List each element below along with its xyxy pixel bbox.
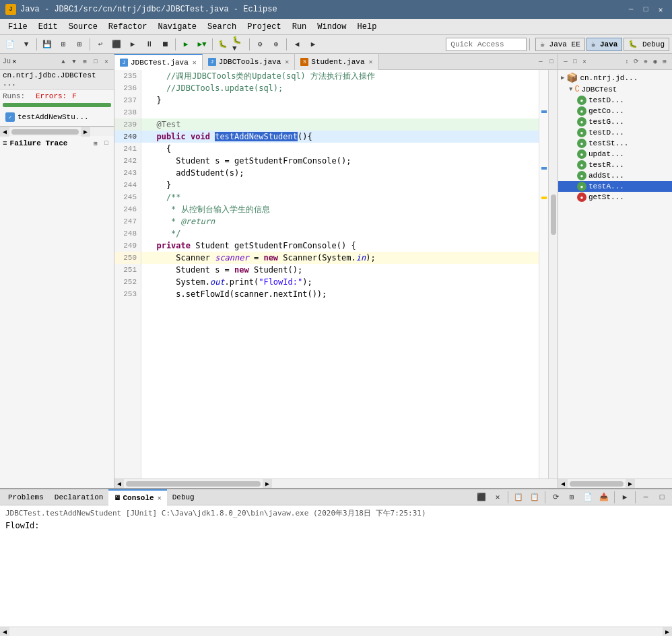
right-panel-icon3[interactable]: ✕ <box>580 57 589 67</box>
toolbar-debug2[interactable]: 🐛▼ <box>232 37 246 52</box>
left-scroll-thumb[interactable] <box>11 129 79 135</box>
editor-tab-jdbctools[interactable]: J JDBCTools.java ✕ <box>203 54 295 70</box>
console-min[interactable]: ─ <box>638 490 653 505</box>
tree-method-5[interactable]: ● testSt... <box>558 138 672 149</box>
console-max[interactable]: □ <box>654 490 669 505</box>
failure-icon-btn2[interactable]: □ <box>102 139 111 148</box>
console-btn5[interactable]: ⟳ <box>548 490 563 505</box>
menu-window[interactable]: Window <box>312 20 351 34</box>
right-hscroll-right[interactable]: ▶ <box>626 479 635 489</box>
tree-method-1[interactable]: ● testD... <box>558 95 672 106</box>
right-panel-hscroll[interactable]: ◀ ▶ <box>558 479 672 488</box>
menu-run[interactable]: Run <box>287 20 312 34</box>
hscroll-thumb[interactable] <box>126 481 261 487</box>
tree-method-7[interactable]: ● testR... <box>558 160 672 170</box>
toolbar-btn8[interactable]: ⏸ <box>141 37 156 52</box>
toolbar-btn6[interactable]: ⬛ <box>109 37 124 52</box>
console-btn2[interactable]: ✕ <box>490 490 505 505</box>
toolbar-btn3[interactable]: ⊞ <box>56 37 71 52</box>
toolbar-btn7[interactable]: ▶ <box>125 37 140 52</box>
junit-icon-btn2[interactable]: ▼ <box>69 57 79 67</box>
menu-navigate[interactable]: Navigate <box>152 20 202 34</box>
menu-help[interactable]: Help <box>352 20 382 34</box>
console-btn6[interactable]: ⊞ <box>564 490 579 505</box>
tab-declaration[interactable]: Declaration <box>49 489 109 505</box>
toolbar-run[interactable]: ▶ <box>178 37 193 52</box>
console-btn4[interactable]: 📋 <box>527 490 542 505</box>
tree-method-9[interactable]: ● testA... <box>558 181 672 192</box>
menu-refactor[interactable]: Refactor <box>103 20 153 34</box>
code-content[interactable]: //调用JDBCTools类的Update(sql) 方法执行插入操作 //JD… <box>141 70 539 479</box>
hscroll-left[interactable]: ◀ <box>114 479 124 489</box>
left-panel-hscroll[interactable]: ◀ ▶ <box>0 127 114 136</box>
close-button[interactable]: ✕ <box>654 3 667 15</box>
tab-console-close[interactable]: ✕ <box>158 494 162 502</box>
tab-close-jdbctest[interactable]: ✕ <box>193 59 197 67</box>
tab-close-jdbctools[interactable]: ✕ <box>285 58 289 66</box>
window-controls[interactable]: ─ □ ✕ <box>625 3 667 15</box>
perspective-javaee[interactable]: ☕ Java EE <box>535 38 584 51</box>
tab-debug[interactable]: Debug <box>167 489 200 505</box>
vertical-scrollbar[interactable] <box>548 70 558 479</box>
menu-file[interactable]: File <box>3 20 33 34</box>
toolbar-run2[interactable]: ▶▼ <box>195 37 209 52</box>
editor-minimize[interactable]: ─ <box>536 57 545 67</box>
toolbar-new[interactable]: 📄 <box>3 37 18 52</box>
left-scroll-right[interactable]: ▶ <box>81 127 90 137</box>
right-hscroll-left[interactable]: ◀ <box>558 479 568 489</box>
vertical-scroll-thumb[interactable] <box>551 195 556 235</box>
tree-method-3[interactable]: ● testG... <box>558 116 672 127</box>
tree-package[interactable]: ▶ 📦 cn.ntrj.jd... <box>558 71 672 84</box>
toolbar-btn11[interactable]: ⊕ <box>269 37 283 52</box>
console-btn8[interactable]: 📥 <box>597 490 611 505</box>
tab-close-student[interactable]: ✕ <box>369 58 373 66</box>
right-icon-3[interactable]: ⊕ <box>641 57 650 67</box>
toolbar-btn10[interactable]: ⚙ <box>253 37 267 52</box>
tree-class[interactable]: ▼ C JDBCTest <box>566 84 672 95</box>
junit-icon-btn1[interactable]: ▲ <box>59 57 68 67</box>
toolbar-btn9[interactable]: ⏹ <box>158 37 172 52</box>
tab-console[interactable]: 🖥 Console ✕ <box>108 489 166 505</box>
right-icon-1[interactable]: ↕ <box>622 57 632 67</box>
perspective-debug[interactable]: 🐛 Debug <box>624 38 669 51</box>
console-stop[interactable]: ⬛ <box>474 490 489 505</box>
left-scroll-left[interactable]: ◀ <box>0 127 9 137</box>
minimize-button[interactable]: ─ <box>625 3 637 15</box>
editor-tab-jdbctest[interactable]: J JDBCTest.java ✕ <box>114 54 203 70</box>
editor-hscroll[interactable]: ◀ ▶ <box>114 479 558 488</box>
toolbar-btn2[interactable]: ▼ <box>19 37 34 52</box>
bottom-scroll-right[interactable]: ▶ <box>663 627 672 637</box>
toolbar-btn4[interactable]: ⊞ <box>72 37 87 52</box>
console-btn3[interactable]: 📋 <box>511 490 526 505</box>
bottom-scroll-left[interactable]: ◀ <box>0 627 9 637</box>
maximize-button[interactable]: □ <box>640 3 652 15</box>
toolbar-btn5[interactable]: ↩ <box>93 37 108 52</box>
tree-method-10[interactable]: ● getSt... <box>558 192 672 203</box>
bottom-hscroll[interactable]: ◀ ▶ <box>0 627 672 636</box>
console-btn7[interactable]: 📄 <box>580 490 595 505</box>
junit-icon-btn4[interactable]: □ <box>91 57 100 67</box>
toolbar-save[interactable]: 💾 <box>40 37 55 52</box>
right-panel-icon1[interactable]: ─ <box>561 57 570 67</box>
tab-problems[interactable]: Problems <box>3 489 49 505</box>
right-icon-5[interactable]: ⊞ <box>660 57 669 67</box>
right-icon-2[interactable]: ⟳ <box>632 57 641 67</box>
quick-access-input[interactable]: Quick Access <box>446 38 527 51</box>
console-btn9[interactable]: ▶ <box>617 490 632 505</box>
failure-icon-btn1[interactable]: ⊞ <box>91 139 100 148</box>
tree-method-6[interactable]: ● updat... <box>558 149 672 160</box>
hscroll-right[interactable]: ▶ <box>263 479 272 489</box>
menu-search[interactable]: Search <box>202 20 242 34</box>
junit-icon-btn3[interactable]: ⊞ <box>80 57 90 67</box>
tree-method-4[interactable]: ● testD... <box>558 127 672 138</box>
toolbar-debug[interactable]: 🐛 <box>215 37 230 52</box>
menu-source[interactable]: Source <box>63 20 103 34</box>
editor-tab-student[interactable]: S Student.java ✕ <box>295 54 378 70</box>
right-icon-4[interactable]: ◉ <box>650 57 660 67</box>
tree-method-8[interactable]: ● addSt... <box>558 170 672 181</box>
right-panel-icon2[interactable]: □ <box>570 57 580 67</box>
right-hscroll-thumb[interactable] <box>570 481 624 487</box>
perspective-java[interactable]: ☕ Java <box>586 38 623 51</box>
junit-icon-btn5[interactable]: ✕ <box>102 57 111 67</box>
test-item[interactable]: ✓ testAddNewStu... <box>3 111 111 123</box>
